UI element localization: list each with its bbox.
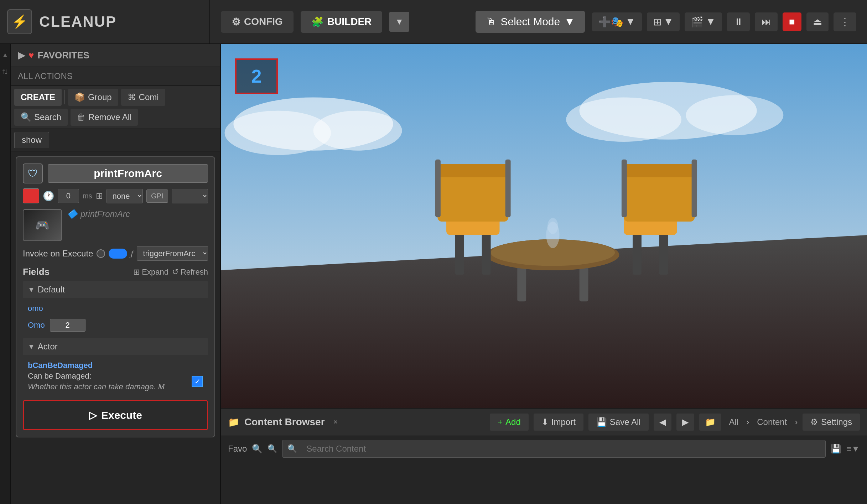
top-bar: ⚡ CLEANUP ⚙ CONFIG 🧩 BUILDER ▼ 🖱 Select …	[0, 0, 867, 44]
expand-icon: ⊞	[133, 267, 140, 277]
chevron-down-icon: ▼	[625, 16, 635, 27]
browser-close-button[interactable]: ×	[333, 417, 338, 427]
viewport-badge: 2	[235, 58, 278, 94]
pause-button[interactable]: ⏸	[727, 12, 750, 31]
nav-folder-button[interactable]: 📁	[699, 414, 721, 431]
can-be-damaged-checkbox[interactable]: ✓	[192, 376, 203, 387]
svg-rect-25	[505, 160, 511, 217]
svg-rect-19	[633, 230, 642, 275]
svg-rect-26	[622, 160, 627, 217]
search-button[interactable]: 🔍 Search	[14, 109, 68, 126]
browser-save-icon-button[interactable]: 💾	[831, 444, 841, 454]
node-ref: 🔷 printFromArc	[67, 209, 130, 219]
browser-header: 📁 Content Browser × + Add ⬇ Import 💾 Sa	[221, 409, 867, 436]
breadcrumb-chevron1: ›	[746, 417, 749, 427]
show-tab[interactable]: show	[14, 132, 49, 148]
fields-actions: ⊞ Expand ↺ Refresh	[133, 267, 208, 277]
main-area: ▲ ⇄ ▶ ♥ FAVORITES ALL ACTIONS CREATE 📦 G…	[0, 44, 867, 504]
snap-button[interactable]: ⊞ ▼	[647, 12, 680, 31]
browser-list-icon-button[interactable]: ≡▼	[846, 444, 860, 454]
content-search-input[interactable]	[301, 440, 820, 457]
grid-select[interactable]: none	[107, 189, 143, 203]
card-area: 🛡 🕐 ms ⊞ none GPI	[11, 151, 220, 504]
viewport-and-bottom: 2 📁 Content Browser × + Add ⬇ Imp	[221, 44, 867, 504]
arrows-edge-button[interactable]: ⇄	[1, 69, 9, 74]
breadcrumb-content: Content	[754, 417, 790, 427]
ms-label: ms	[83, 192, 92, 200]
gpi-select[interactable]	[172, 189, 208, 203]
remove-all-button[interactable]: 🗑 Remove All	[71, 109, 138, 126]
stop-button[interactable]: ■	[783, 12, 801, 31]
favo-button[interactable]: Favo	[228, 444, 247, 454]
settings-icon: ⚙	[810, 417, 818, 427]
config-button[interactable]: ⚙ CONFIG	[221, 11, 294, 33]
svg-rect-20	[659, 230, 668, 275]
color-swatch[interactable]	[23, 188, 39, 203]
section-arrow-icon: ▼	[28, 286, 35, 294]
import-button[interactable]: ⬇ Import	[534, 414, 583, 431]
favorites-row[interactable]: ▶ ♥ FAVORITES	[11, 44, 220, 67]
nav-back-button[interactable]: ◀	[654, 414, 671, 431]
builder-dropdown-arrow[interactable]: ▼	[389, 12, 409, 32]
nav-forward-button[interactable]: ▶	[676, 414, 694, 431]
left-edge: ▲ ⇄	[0, 44, 11, 504]
timer-input[interactable]	[58, 189, 79, 203]
gear-icon: ⚙	[232, 16, 240, 28]
expand-button[interactable]: ⊞ Expand	[133, 267, 168, 277]
field-row-Omo: Omo	[23, 316, 208, 334]
all-actions-row: ALL ACTIONS	[11, 67, 220, 86]
refresh-button[interactable]: ↺ Refresh	[172, 267, 208, 277]
execute-button[interactable]: ▷ Execute	[23, 400, 208, 430]
actor-section-header[interactable]: ▼ Actor	[23, 338, 208, 355]
actor-arrow-icon: ▼	[28, 343, 35, 351]
viewport-icons: ➕🎭 ▼ ⊞ ▼ 🎬 ▼ ⏸ ⏭ ■ ⏏	[592, 12, 856, 31]
svg-rect-18	[437, 164, 508, 177]
invoke-fn-select[interactable]: triggerFromArc	[137, 246, 208, 261]
svg-point-13	[547, 218, 558, 234]
add-button[interactable]: + Add	[490, 414, 529, 431]
field-omo-value-input[interactable]	[50, 319, 85, 332]
save-all-button[interactable]: 💾 Save All	[588, 414, 649, 431]
command-button[interactable]: ⌘ Comi	[121, 89, 165, 106]
invoke-toggle[interactable]	[109, 249, 127, 259]
builder-button[interactable]: 🧩 BUILDER	[301, 11, 382, 33]
breadcrumb-all: All	[726, 417, 742, 427]
pause-icon: ⏸	[733, 16, 743, 28]
more-button[interactable]: ⋮	[834, 12, 856, 31]
settings-btn-header[interactable]: ⚙ Settings	[803, 414, 860, 431]
invoke-row: Invoke on Execute 𝑓 triggerFromArc	[23, 246, 208, 261]
upload-edge-button[interactable]: ▲	[1, 51, 9, 58]
create-button[interactable]: CREATE	[14, 89, 62, 106]
actor-section: ▼ Actor bCanBeDamaged Can be Damaged: Wh…	[23, 338, 208, 394]
chevron-down-icon2: ▼	[664, 16, 674, 27]
invoke-radio[interactable]	[97, 249, 105, 258]
search-icon: 🔍	[21, 112, 31, 122]
svg-rect-27	[692, 160, 697, 217]
browser-bottom-row: Favo 🔍 🔍 🔍 💾 ≡▼	[221, 436, 867, 461]
node-type-icon: 🛡	[23, 163, 43, 183]
camera-button[interactable]: 🎬 ▼	[685, 12, 722, 31]
svg-rect-14	[455, 230, 464, 275]
show-tab-row: show	[11, 129, 220, 151]
node-thumbnail: 🎮	[23, 209, 62, 241]
node-title-input[interactable]	[48, 164, 208, 183]
eject-button[interactable]: ⏏	[806, 12, 829, 31]
plus-icon: +	[498, 417, 503, 427]
node-header: 🛡	[23, 163, 208, 183]
group-button[interactable]: 📦 Group	[68, 89, 118, 106]
clock-icon: 🕐	[43, 191, 54, 202]
snap-icon: ⊞	[653, 16, 661, 28]
content-browser: 📁 Content Browser × + Add ⬇ Import 💾 Sa	[221, 408, 867, 504]
viewport[interactable]: 2	[221, 44, 867, 408]
field-row-omo: omo	[23, 301, 208, 316]
default-section-header[interactable]: ▼ Default	[23, 281, 208, 298]
camera-icon: 🎬	[691, 16, 704, 28]
select-mode-button[interactable]: 🖱 Select Mode ▼	[476, 11, 585, 33]
node-card: 🛡 🕐 ms ⊞ none GPI	[16, 156, 215, 437]
step-button[interactable]: ⏭	[755, 12, 778, 31]
add-actor-button[interactable]: ➕🎭 ▼	[592, 12, 642, 31]
save-icon: 💾	[596, 417, 607, 427]
search-bar-icon: 🔍	[287, 444, 297, 453]
fx-icon: 𝑓	[131, 249, 133, 259]
fields-header: Fields ⊞ Expand ↺ Refresh	[23, 266, 208, 277]
